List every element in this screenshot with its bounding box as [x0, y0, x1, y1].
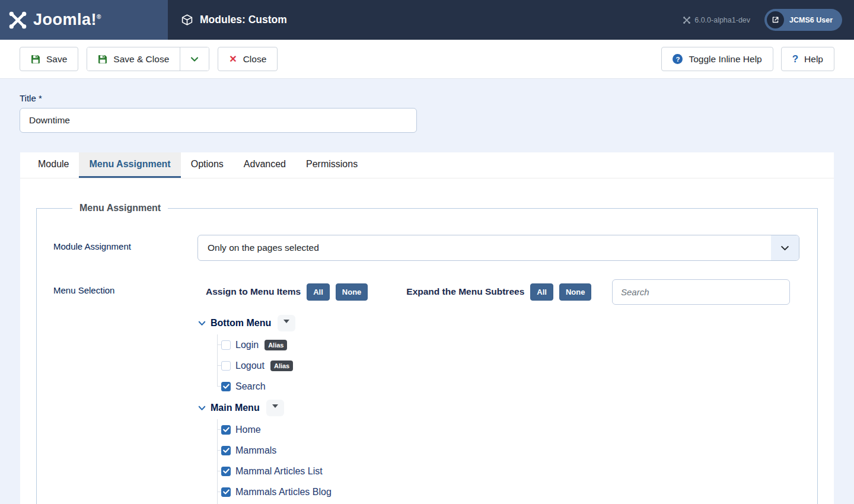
title-input[interactable] [20, 108, 417, 133]
save-and-close-button[interactable]: Save & Close [87, 47, 180, 71]
menu-tree: Bottom MenuLoginAliasLogoutAliasSearchMa… [197, 312, 799, 504]
expand-all-button[interactable]: All [530, 283, 553, 301]
module-edit-panel: ModuleMenu AssignmentOptionsAdvancedPerm… [20, 152, 834, 504]
user-menu-button[interactable]: JCMS6 User [764, 9, 842, 31]
checkmark-icon [223, 448, 230, 453]
chevron-down-icon [190, 55, 199, 64]
checkmark-icon [223, 468, 230, 474]
menu-selection-label: Menu Selection [53, 279, 197, 504]
menu-heading: Main Menu [197, 397, 799, 419]
question-circle-icon: ? [673, 54, 683, 64]
expand-none-button[interactable]: None [559, 283, 592, 301]
tree-chevron-icon [197, 319, 206, 328]
save-close-split-button: Save & Close [87, 47, 209, 71]
menu-search-input[interactable] [612, 279, 790, 305]
menu-item-checkbox[interactable] [221, 340, 231, 350]
tab-bar: ModuleMenu AssignmentOptionsAdvancedPerm… [20, 152, 834, 178]
menu-item-label[interactable]: Search [235, 381, 266, 392]
menu-item-label[interactable]: Login [235, 340, 259, 350]
menu-item-checkbox[interactable] [221, 425, 231, 435]
checkmark-icon [223, 427, 230, 432]
tab-menu-assignment[interactable]: Menu Assignment [79, 152, 180, 178]
tab-advanced[interactable]: Advanced [234, 152, 296, 178]
logo-wordmark: Joomla!® [33, 11, 101, 29]
page-title-area: Modules: Custom [181, 14, 287, 26]
question-icon: ? [792, 53, 798, 65]
caret-down-icon [272, 404, 278, 408]
menu-item-label[interactable]: Mammals Articles Blog [235, 487, 332, 497]
menu-title: Main Menu [211, 403, 260, 413]
save-options-dropdown-button[interactable] [180, 47, 209, 71]
tab-module[interactable]: Module [28, 152, 79, 178]
menu-item-row: Mammal Articles List [197, 461, 799, 481]
menu-item-checkbox[interactable] [221, 446, 231, 455]
header-bar: Modules: Custom 6.0.0-alpha1-dev [168, 0, 854, 40]
close-x-icon: ✕ [229, 53, 237, 65]
checkmark-icon [223, 489, 230, 495]
floppy-icon [98, 55, 107, 64]
version-info: 6.0.0-alpha1-dev [683, 16, 750, 24]
help-button[interactable]: ? Help [781, 47, 834, 71]
menu-item-label[interactable]: Mammal Articles List [235, 466, 323, 477]
menu-assignment-fieldset: Menu Assignment Module Assignment Only o… [36, 203, 818, 504]
module-assignment-select[interactable]: Only on the pages selected [197, 235, 799, 261]
cube-icon [181, 14, 193, 26]
tab-permissions[interactable]: Permissions [296, 152, 368, 178]
menu-item-label[interactable]: Logout [235, 361, 265, 371]
checkmark-icon [223, 384, 230, 389]
title-label: Title * [20, 93, 834, 103]
menu-item-row: LogoutAlias [197, 355, 799, 376]
menu-item-row: LoginAlias [197, 334, 799, 355]
title-field-group: Title * [20, 93, 834, 133]
version-text: 6.0.0-alpha1-dev [694, 16, 750, 24]
menu-item-row: Search [197, 376, 799, 397]
alias-badge: Alias [265, 340, 287, 350]
menu-item-label[interactable]: Mammals [235, 445, 276, 456]
selected-option: Only on the pages selected [198, 243, 771, 253]
menu-item-checkbox[interactable] [221, 487, 231, 497]
save-button[interactable]: Save [20, 47, 78, 71]
admin-header: Joomla!® Modules: Custom [0, 0, 854, 40]
expand-menu-subtrees-label: Expand the Menu Subtrees [406, 286, 524, 297]
menu-selection-controls: Assign to Menu Items All None Expand the… [197, 279, 799, 305]
fieldset-legend: Menu Assignment [72, 203, 168, 213]
joomla-logo-icon [8, 10, 28, 30]
collapse-chevron-icon[interactable] [197, 319, 206, 328]
menu-item-row: Mammals Articles Blog [197, 481, 799, 502]
assign-none-button[interactable]: None [336, 283, 368, 301]
menu-item-row: Mammals [197, 440, 799, 461]
menu-item-label[interactable]: Home [235, 425, 261, 435]
close-button[interactable]: ✕ Close [218, 47, 278, 71]
toggle-inline-help-button[interactable]: ? Toggle Inline Help [661, 47, 773, 71]
assign-to-menu-items-label: Assign to Menu Items [206, 286, 301, 297]
select-chevron-icon [771, 235, 799, 260]
menu-item-checkbox[interactable] [221, 382, 231, 391]
menu-actions-dropdown[interactable] [266, 400, 284, 416]
menu-item-checkbox[interactable] [221, 467, 231, 476]
menu-title: Bottom Menu [211, 318, 271, 328]
menu-heading: Bottom Menu [197, 312, 799, 334]
toolbar: Save Save & Close ✕ Close ? Toggle Inlin… [0, 40, 854, 79]
module-assignment-label: Module Assignment [53, 235, 197, 261]
joomla-version-icon [683, 16, 691, 24]
menu-item-row: Home [197, 419, 799, 440]
tab-options[interactable]: Options [181, 152, 234, 178]
logo-area[interactable]: Joomla!® [0, 0, 168, 40]
external-link-icon [767, 11, 784, 28]
assign-all-button[interactable]: All [307, 283, 330, 301]
user-label: JCMS6 User [789, 16, 833, 24]
menu-item-checkbox[interactable] [221, 361, 231, 371]
tree-chevron-icon [197, 404, 206, 413]
page-title: Modules: Custom [200, 14, 287, 26]
menu-actions-dropdown[interactable] [278, 315, 295, 331]
floppy-icon [31, 55, 40, 64]
caret-down-icon [283, 320, 289, 323]
alias-badge: Alias [270, 361, 293, 371]
collapse-chevron-icon[interactable] [197, 404, 206, 413]
